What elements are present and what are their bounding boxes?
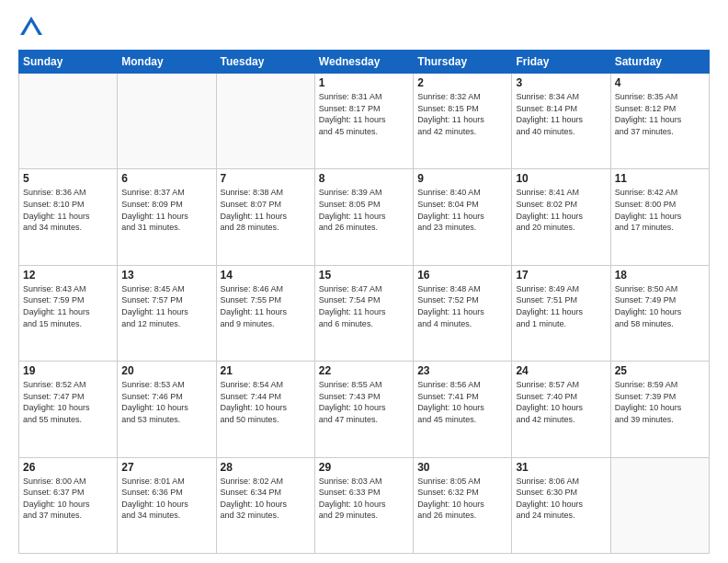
calendar-body: 1Sunrise: 8:31 AM Sunset: 8:17 PM Daylig… <box>19 74 710 554</box>
calendar-header-row: SundayMondayTuesdayWednesdayThursdayFrid… <box>19 51 710 74</box>
day-info: Sunrise: 8:40 AM Sunset: 8:04 PM Dayligh… <box>417 187 507 233</box>
day-info: Sunrise: 8:48 AM Sunset: 7:52 PM Dayligh… <box>417 283 507 329</box>
day-number: 21 <box>221 364 311 377</box>
calendar-cell: 30Sunrise: 8:05 AM Sunset: 6:32 PM Dayli… <box>414 457 512 553</box>
calendar-cell: 10Sunrise: 8:41 AM Sunset: 8:02 PM Dayli… <box>512 169 610 265</box>
day-info: Sunrise: 8:55 AM Sunset: 7:43 PM Dayligh… <box>319 379 409 425</box>
day-info: Sunrise: 8:02 AM Sunset: 6:34 PM Dayligh… <box>221 476 311 522</box>
calendar-cell: 15Sunrise: 8:47 AM Sunset: 7:54 PM Dayli… <box>314 265 413 361</box>
calendar-table: SundayMondayTuesdayWednesdayThursdayFrid… <box>18 50 710 554</box>
day-number: 14 <box>221 269 311 282</box>
day-info: Sunrise: 8:35 AM Sunset: 8:12 PM Dayligh… <box>615 91 705 137</box>
calendar-cell: 19Sunrise: 8:52 AM Sunset: 7:47 PM Dayli… <box>19 362 118 457</box>
weekday-header: Tuesday <box>216 51 314 74</box>
day-number: 24 <box>516 364 606 377</box>
calendar-week-row: 19Sunrise: 8:52 AM Sunset: 7:47 PM Dayli… <box>19 362 710 457</box>
day-info: Sunrise: 8:05 AM Sunset: 6:32 PM Dayligh… <box>417 476 507 522</box>
calendar-cell: 14Sunrise: 8:46 AM Sunset: 7:55 PM Dayli… <box>216 265 314 361</box>
day-info: Sunrise: 8:00 AM Sunset: 6:37 PM Dayligh… <box>23 476 113 522</box>
day-number: 27 <box>121 461 211 474</box>
calendar-cell: 23Sunrise: 8:56 AM Sunset: 7:41 PM Dayli… <box>414 362 512 457</box>
day-number: 3 <box>516 76 606 89</box>
day-number: 8 <box>319 172 409 185</box>
calendar-cell: 6Sunrise: 8:37 AM Sunset: 8:09 PM Daylig… <box>118 169 216 265</box>
calendar-cell <box>19 74 118 169</box>
calendar-week-row: 5Sunrise: 8:36 AM Sunset: 8:10 PM Daylig… <box>19 169 710 265</box>
calendar-week-row: 1Sunrise: 8:31 AM Sunset: 8:17 PM Daylig… <box>19 74 710 169</box>
day-info: Sunrise: 8:57 AM Sunset: 7:40 PM Dayligh… <box>516 379 606 425</box>
calendar-cell: 27Sunrise: 8:01 AM Sunset: 6:36 PM Dayli… <box>118 457 216 553</box>
day-info: Sunrise: 8:03 AM Sunset: 6:33 PM Dayligh… <box>319 476 409 522</box>
day-number: 13 <box>121 269 211 282</box>
calendar-cell <box>610 457 709 553</box>
day-number: 23 <box>417 364 507 377</box>
day-number: 2 <box>417 76 507 89</box>
day-info: Sunrise: 8:41 AM Sunset: 8:02 PM Dayligh… <box>516 187 606 233</box>
day-number: 1 <box>319 76 409 89</box>
day-info: Sunrise: 8:46 AM Sunset: 7:55 PM Dayligh… <box>221 283 311 329</box>
day-number: 4 <box>615 76 705 89</box>
day-info: Sunrise: 8:50 AM Sunset: 7:49 PM Dayligh… <box>615 283 705 329</box>
day-number: 18 <box>615 269 705 282</box>
calendar-cell: 18Sunrise: 8:50 AM Sunset: 7:49 PM Dayli… <box>610 265 709 361</box>
calendar-cell: 2Sunrise: 8:32 AM Sunset: 8:15 PM Daylig… <box>414 74 512 169</box>
calendar-cell: 9Sunrise: 8:40 AM Sunset: 8:04 PM Daylig… <box>414 169 512 265</box>
day-info: Sunrise: 8:01 AM Sunset: 6:36 PM Dayligh… <box>121 476 211 522</box>
day-info: Sunrise: 8:47 AM Sunset: 7:54 PM Dayligh… <box>319 283 409 329</box>
calendar-cell: 3Sunrise: 8:34 AM Sunset: 8:14 PM Daylig… <box>512 74 610 169</box>
day-info: Sunrise: 8:38 AM Sunset: 8:07 PM Dayligh… <box>221 187 311 233</box>
calendar-cell: 16Sunrise: 8:48 AM Sunset: 7:52 PM Dayli… <box>414 265 512 361</box>
calendar-cell: 20Sunrise: 8:53 AM Sunset: 7:46 PM Dayli… <box>118 362 216 457</box>
day-info: Sunrise: 8:59 AM Sunset: 7:39 PM Dayligh… <box>615 379 705 425</box>
day-info: Sunrise: 8:39 AM Sunset: 8:05 PM Dayligh… <box>319 187 409 233</box>
calendar-cell: 24Sunrise: 8:57 AM Sunset: 7:40 PM Dayli… <box>512 362 610 457</box>
calendar-cell: 7Sunrise: 8:38 AM Sunset: 8:07 PM Daylig… <box>216 169 314 265</box>
day-info: Sunrise: 8:32 AM Sunset: 8:15 PM Dayligh… <box>417 91 507 137</box>
calendar-cell: 1Sunrise: 8:31 AM Sunset: 8:17 PM Daylig… <box>314 74 413 169</box>
day-info: Sunrise: 8:49 AM Sunset: 7:51 PM Dayligh… <box>516 283 606 329</box>
day-number: 19 <box>23 364 113 377</box>
calendar-cell <box>118 74 216 169</box>
day-number: 28 <box>221 461 311 474</box>
weekday-header: Wednesday <box>314 51 413 74</box>
weekday-header: Friday <box>512 51 610 74</box>
day-number: 5 <box>23 172 113 185</box>
day-info: Sunrise: 8:52 AM Sunset: 7:47 PM Dayligh… <box>23 379 113 425</box>
day-info: Sunrise: 8:42 AM Sunset: 8:00 PM Dayligh… <box>615 187 705 233</box>
calendar-cell: 26Sunrise: 8:00 AM Sunset: 6:37 PM Dayli… <box>19 457 118 553</box>
page: SundayMondayTuesdayWednesdayThursdayFrid… <box>0 0 728 563</box>
header <box>18 15 710 40</box>
calendar-cell <box>216 74 314 169</box>
day-number: 15 <box>319 269 409 282</box>
day-number: 25 <box>615 364 705 377</box>
day-info: Sunrise: 8:43 AM Sunset: 7:59 PM Dayligh… <box>23 283 113 329</box>
day-number: 22 <box>319 364 409 377</box>
calendar-cell: 11Sunrise: 8:42 AM Sunset: 8:00 PM Dayli… <box>610 169 709 265</box>
calendar-cell: 22Sunrise: 8:55 AM Sunset: 7:43 PM Dayli… <box>314 362 413 457</box>
calendar-cell: 12Sunrise: 8:43 AM Sunset: 7:59 PM Dayli… <box>19 265 118 361</box>
calendar-cell: 17Sunrise: 8:49 AM Sunset: 7:51 PM Dayli… <box>512 265 610 361</box>
calendar-week-row: 12Sunrise: 8:43 AM Sunset: 7:59 PM Dayli… <box>19 265 710 361</box>
weekday-header: Monday <box>118 51 216 74</box>
day-number: 29 <box>319 461 409 474</box>
day-info: Sunrise: 8:06 AM Sunset: 6:30 PM Dayligh… <box>516 476 606 522</box>
day-number: 7 <box>221 172 311 185</box>
weekday-header: Saturday <box>610 51 709 74</box>
calendar-cell: 8Sunrise: 8:39 AM Sunset: 8:05 PM Daylig… <box>314 169 413 265</box>
day-number: 17 <box>516 269 606 282</box>
day-number: 9 <box>417 172 507 185</box>
day-info: Sunrise: 8:45 AM Sunset: 7:57 PM Dayligh… <box>121 283 211 329</box>
day-number: 26 <box>23 461 113 474</box>
logo <box>18 15 48 40</box>
day-info: Sunrise: 8:53 AM Sunset: 7:46 PM Dayligh… <box>121 379 211 425</box>
weekday-header: Thursday <box>414 51 512 74</box>
day-info: Sunrise: 8:54 AM Sunset: 7:44 PM Dayligh… <box>221 379 311 425</box>
calendar-week-row: 26Sunrise: 8:00 AM Sunset: 6:37 PM Dayli… <box>19 457 710 553</box>
day-info: Sunrise: 8:31 AM Sunset: 8:17 PM Dayligh… <box>319 91 409 137</box>
weekday-header: Sunday <box>19 51 118 74</box>
logo-icon <box>18 15 44 40</box>
day-number: 16 <box>417 269 507 282</box>
day-number: 11 <box>615 172 705 185</box>
day-number: 20 <box>121 364 211 377</box>
day-info: Sunrise: 8:36 AM Sunset: 8:10 PM Dayligh… <box>23 187 113 233</box>
